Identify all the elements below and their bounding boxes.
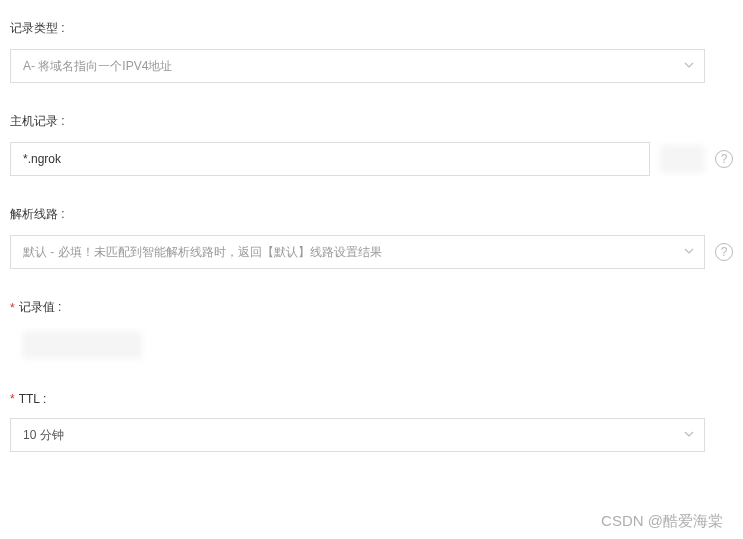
ttl-value: 10 分钟 (23, 427, 64, 444)
required-star: * (10, 301, 15, 315)
record-value-input[interactable] (10, 328, 705, 362)
resolution-line-select[interactable]: 默认 - 必填！未匹配到智能解析线路时，返回【默认】线路设置结果 (10, 235, 705, 269)
record-type-label: 记录类型 : (10, 20, 65, 37)
help-icon[interactable]: ? (715, 150, 733, 168)
ttl-field-row: 10 分钟 (10, 418, 733, 452)
record-type-select[interactable]: A- 将域名指向一个IPV4地址 (10, 49, 705, 83)
resolution-line-label-row: 解析线路 : (10, 206, 733, 223)
help-icon[interactable]: ? (715, 243, 733, 261)
help-glyph: ? (721, 152, 728, 166)
required-star: * (10, 392, 15, 406)
record-value-field-row (10, 328, 733, 362)
chevron-down-icon (684, 245, 694, 259)
host-record-label-row: 主机记录 : (10, 113, 733, 130)
host-record-suffix-blurred (660, 145, 705, 173)
resolution-line-group: 解析线路 : 默认 - 必填！未匹配到智能解析线路时，返回【默认】线路设置结果 … (10, 206, 733, 269)
record-value-blurred (22, 331, 142, 359)
host-record-label: 主机记录 : (10, 113, 65, 130)
record-type-field-row: A- 将域名指向一个IPV4地址 (10, 49, 733, 83)
resolution-line-value: 默认 - 必填！未匹配到智能解析线路时，返回【默认】线路设置结果 (23, 244, 382, 261)
ttl-label: TTL : (19, 392, 47, 406)
help-glyph: ? (721, 245, 728, 259)
resolution-line-label: 解析线路 : (10, 206, 65, 223)
ttl-select[interactable]: 10 分钟 (10, 418, 705, 452)
ttl-label-row: * TTL : (10, 392, 733, 406)
record-type-group: 记录类型 : A- 将域名指向一个IPV4地址 (10, 20, 733, 83)
record-value-label-row: * 记录值 : (10, 299, 733, 316)
host-record-input[interactable] (10, 142, 650, 176)
host-record-group: 主机记录 : ? (10, 113, 733, 176)
resolution-line-field-row: 默认 - 必填！未匹配到智能解析线路时，返回【默认】线路设置结果 ? (10, 235, 733, 269)
ttl-group: * TTL : 10 分钟 (10, 392, 733, 452)
record-type-label-row: 记录类型 : (10, 20, 733, 37)
record-type-value: A- 将域名指向一个IPV4地址 (23, 58, 172, 75)
record-value-group: * 记录值 : (10, 299, 733, 362)
record-value-label: 记录值 : (19, 299, 62, 316)
chevron-down-icon (684, 59, 694, 73)
chevron-down-icon (684, 428, 694, 442)
host-record-field-row: ? (10, 142, 733, 176)
